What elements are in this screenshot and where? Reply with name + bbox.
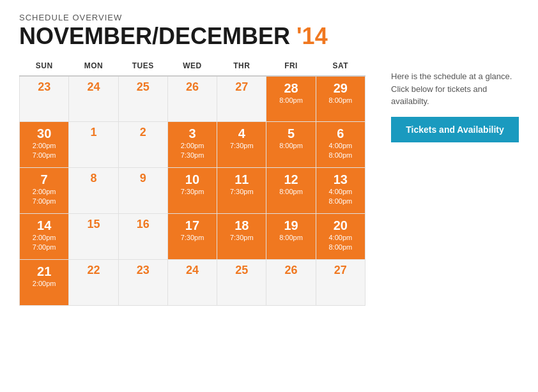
show-time: 8:00pm bbox=[319, 96, 362, 105]
calendar-row: 212:00pm222324252627 bbox=[20, 260, 365, 306]
day-number: 12 bbox=[269, 172, 312, 187]
show-time: 7:30pm bbox=[220, 187, 263, 197]
calendar-cell: 58:00pm bbox=[266, 122, 316, 168]
header-row: SUNMONTUESWEDTHRFRISAT bbox=[20, 58, 365, 76]
show-time: 8:00pm bbox=[319, 197, 362, 206]
show-time: 8:00pm bbox=[269, 233, 312, 243]
calendar-cell: 26 bbox=[266, 260, 316, 306]
day-number: 28 bbox=[269, 80, 312, 96]
page-wrapper: SCHEDULE OVERVIEW NOVEMBER/DECEMBER '14 … bbox=[19, 13, 519, 306]
show-time: 4:00pm bbox=[319, 233, 362, 243]
calendar-cell: 298:00pm bbox=[316, 76, 365, 122]
day-number: 18 bbox=[220, 218, 263, 233]
col-header-wed: WED bbox=[167, 58, 217, 76]
day-number: 15 bbox=[72, 218, 115, 232]
show-time: 2:00pm bbox=[22, 187, 66, 197]
calendar-cell: 24 bbox=[167, 260, 217, 306]
col-header-sat: SAT bbox=[316, 58, 365, 76]
calendar-cell: 22 bbox=[69, 260, 118, 306]
show-time: 8:00pm bbox=[319, 151, 362, 160]
calendar-cell: 27 bbox=[316, 260, 365, 306]
day-number: 25 bbox=[220, 264, 263, 278]
calendar-cell: 117:30pm bbox=[217, 168, 266, 214]
month-title: NOVEMBER/DECEMBER '14 bbox=[19, 24, 365, 49]
day-number: 11 bbox=[220, 172, 263, 187]
calendar-row: 72:00pm7:00pm89107:30pm117:30pm128:00pm1… bbox=[20, 168, 365, 214]
show-time: 2:00pm bbox=[171, 141, 214, 151]
day-number: 7 bbox=[22, 172, 66, 187]
show-time: 2:00pm bbox=[22, 279, 66, 289]
day-number: 6 bbox=[319, 126, 362, 141]
calendar-header: SUNMONTUESWEDTHRFRISAT bbox=[20, 58, 365, 76]
day-number: 16 bbox=[121, 218, 165, 232]
day-number: 2 bbox=[121, 126, 165, 140]
day-number: 13 bbox=[319, 172, 362, 187]
sidebar: Here is the schedule at a glance. Click … bbox=[391, 13, 519, 142]
year-text: '14 bbox=[296, 23, 328, 49]
show-time: 7:30pm bbox=[220, 233, 263, 243]
calendar-cell: 134:00pm8:00pm bbox=[316, 168, 365, 214]
tickets-availability-button[interactable]: Tickets and Availability bbox=[391, 117, 519, 142]
day-number: 9 bbox=[121, 172, 165, 186]
day-number: 3 bbox=[171, 126, 214, 141]
day-number: 27 bbox=[220, 80, 263, 94]
day-number: 23 bbox=[22, 80, 66, 94]
show-time: 4:00pm bbox=[319, 187, 362, 197]
show-time: 7:30pm bbox=[171, 233, 214, 243]
calendar-cell: 25 bbox=[217, 260, 266, 306]
show-time: 7:00pm bbox=[22, 151, 66, 160]
day-number: 5 bbox=[269, 126, 312, 141]
show-time: 2:00pm bbox=[22, 233, 66, 243]
day-number: 23 bbox=[121, 264, 165, 278]
day-number: 21 bbox=[22, 264, 66, 279]
day-number: 24 bbox=[171, 264, 214, 278]
day-number: 1 bbox=[72, 126, 115, 140]
show-time: 4:00pm bbox=[319, 141, 362, 151]
calendar-cell: 204:00pm8:00pm bbox=[316, 214, 365, 260]
calendar-row: 2324252627288:00pm298:00pm bbox=[20, 76, 365, 122]
calendar-table: SUNMONTUESWEDTHRFRISAT 2324252627288:00p… bbox=[19, 58, 365, 306]
calendar-cell: 107:30pm bbox=[167, 168, 217, 214]
calendar-cell: 212:00pm bbox=[20, 260, 69, 306]
show-time: 7:30pm bbox=[171, 151, 214, 160]
calendar-cell: 9 bbox=[118, 168, 167, 214]
calendar-cell: 177:30pm bbox=[167, 214, 217, 260]
calendar-cell: 16 bbox=[118, 214, 167, 260]
calendar-cell: 142:00pm7:00pm bbox=[20, 214, 69, 260]
calendar-cell: 187:30pm bbox=[217, 214, 266, 260]
calendar-cell: 2 bbox=[118, 122, 167, 168]
show-time: 7:00pm bbox=[22, 243, 66, 252]
col-header-thr: THR bbox=[217, 58, 266, 76]
calendar-section: SCHEDULE OVERVIEW NOVEMBER/DECEMBER '14 … bbox=[19, 13, 365, 306]
calendar-cell: 64:00pm8:00pm bbox=[316, 122, 365, 168]
show-time: 8:00pm bbox=[269, 141, 312, 151]
calendar-cell: 288:00pm bbox=[266, 76, 316, 122]
day-number: 29 bbox=[319, 80, 362, 96]
calendar-cell: 1 bbox=[69, 122, 118, 168]
show-time: 8:00pm bbox=[269, 96, 312, 105]
calendar-cell: 27 bbox=[217, 76, 266, 122]
calendar-row: 302:00pm7:00pm1232:00pm7:30pm47:30pm58:0… bbox=[20, 122, 365, 168]
day-number: 17 bbox=[171, 218, 214, 233]
calendar-cell: 23 bbox=[118, 260, 167, 306]
calendar-body: 2324252627288:00pm298:00pm302:00pm7:00pm… bbox=[20, 76, 365, 306]
schedule-label: SCHEDULE OVERVIEW bbox=[19, 13, 365, 22]
calendar-cell: 15 bbox=[69, 214, 118, 260]
calendar-cell: 198:00pm bbox=[266, 214, 316, 260]
calendar-cell: 47:30pm bbox=[217, 122, 266, 168]
calendar-cell: 72:00pm7:00pm bbox=[20, 168, 69, 214]
month-text: NOVEMBER/DECEMBER bbox=[19, 23, 290, 49]
day-number: 10 bbox=[171, 172, 214, 187]
day-number: 26 bbox=[171, 80, 214, 94]
col-header-sun: SUN bbox=[20, 58, 69, 76]
day-number: 25 bbox=[121, 80, 165, 94]
show-time: 7:30pm bbox=[171, 187, 214, 197]
col-header-mon: MON bbox=[69, 58, 118, 76]
day-number: 4 bbox=[220, 126, 263, 141]
show-time: 7:30pm bbox=[220, 141, 263, 151]
calendar-row: 142:00pm7:00pm1516177:30pm187:30pm198:00… bbox=[20, 214, 365, 260]
calendar-cell: 24 bbox=[69, 76, 118, 122]
show-time: 2:00pm bbox=[22, 141, 66, 151]
day-number: 14 bbox=[22, 218, 66, 233]
day-number: 26 bbox=[269, 264, 312, 278]
